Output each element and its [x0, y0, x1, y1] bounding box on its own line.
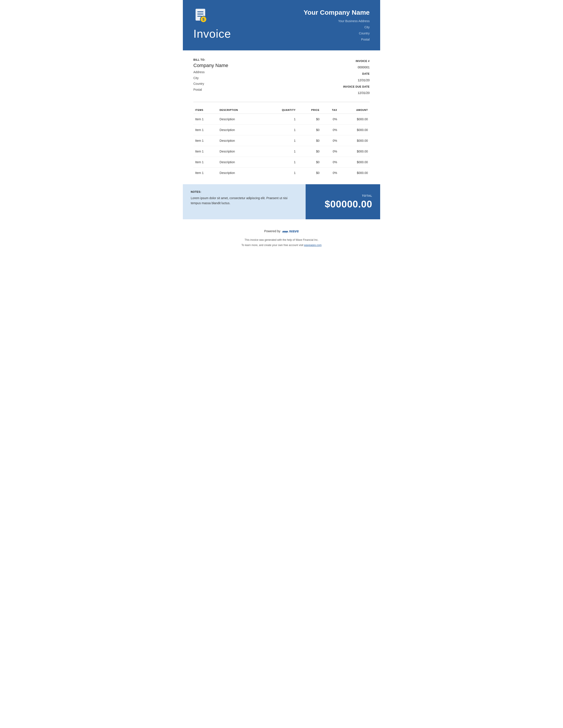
footer-link[interactable]: waveapps.com — [304, 244, 322, 247]
bill-country: Country — [193, 81, 228, 87]
invoice-number-label: INVOICE # — [356, 60, 370, 63]
cell-amount-5: $000.00 — [339, 168, 370, 178]
cell-qty-4: 1 — [262, 157, 298, 168]
company-name: Your Company Name — [304, 9, 370, 16]
footer-line2: To learn more, and create your own free … — [193, 243, 370, 248]
invoice-meta-block: INVOICE # 0000001 DATE 12/31/20 INVOICE … — [343, 58, 370, 97]
notes-text: Lorem ipsum dolor sit amet, consectetur … — [191, 196, 298, 205]
cell-qty-0: 1 — [262, 114, 298, 125]
invoice-table-body: Item 1 Description 1 $0 0% $000.00 Item … — [193, 114, 370, 178]
header-right: Your Company Name Your Business Address … — [304, 8, 370, 43]
page-footer: Powered by wave This invoice was generat… — [183, 219, 380, 253]
invoice-number-label-row: INVOICE # — [343, 58, 370, 64]
header-postal: Postal — [304, 36, 370, 43]
bill-section: BILL TO: Company Name Address City Count… — [183, 50, 380, 102]
invoice-number-row: 0000001 — [343, 65, 370, 70]
cell-qty-3: 1 — [262, 146, 298, 157]
date-label: DATE — [362, 72, 370, 75]
cell-qty-5: 1 — [262, 168, 298, 178]
cell-item-5: Item 1 — [193, 168, 218, 178]
cell-amount-1: $000.00 — [339, 125, 370, 135]
bill-to-label: BILL TO: — [193, 58, 228, 61]
header-left: $ Invoice — [193, 8, 231, 40]
cell-tax-5: 0% — [321, 168, 339, 178]
cell-qty-2: 1 — [262, 135, 298, 146]
footer-line2-text: To learn more, and create your own free … — [241, 244, 303, 247]
svg-rect-3 — [197, 16, 202, 17]
cell-tax-3: 0% — [321, 146, 339, 157]
wave-logo: wave — [282, 227, 299, 235]
col-tax: TAX — [321, 106, 339, 114]
wave-brand-text: wave — [289, 227, 299, 235]
cell-desc-4: Description — [218, 157, 262, 168]
bill-company-name: Company Name — [193, 63, 228, 68]
invoice-date: 12/31/20 — [358, 78, 370, 82]
total-label: TOTAL — [362, 194, 372, 197]
table-row: Item 1 Description 1 $0 0% $000.00 — [193, 168, 370, 178]
cell-item-4: Item 1 — [193, 157, 218, 168]
cell-price-2: $0 — [297, 135, 321, 146]
cell-item-2: Item 1 — [193, 135, 218, 146]
cell-item-0: Item 1 — [193, 114, 218, 125]
cell-desc-2: Description — [218, 135, 262, 146]
svg-text:$: $ — [202, 18, 204, 21]
cell-tax-1: 0% — [321, 125, 339, 135]
svg-rect-1 — [197, 11, 203, 12]
notes-label: NOTES: — [191, 190, 298, 193]
cell-price-5: $0 — [297, 168, 321, 178]
business-address: Your Business Address — [304, 18, 370, 24]
header-country: Country — [304, 30, 370, 36]
due-date-row: 12/31/20 — [343, 90, 370, 96]
due-date-label: INVOICE DUE DATE — [343, 85, 370, 88]
cell-amount-3: $000.00 — [339, 146, 370, 157]
cell-tax-4: 0% — [321, 157, 339, 168]
bill-address: Address — [193, 69, 228, 75]
invoice-header: $ Invoice Your Company Name Your Busines… — [183, 0, 380, 50]
notes-block: NOTES: Lorem ipsum dolor sit amet, conse… — [183, 184, 306, 219]
invoice-logo-icon: $ — [193, 8, 209, 24]
col-description: DESCRIPTION — [218, 106, 262, 114]
invoice-table: ITEMS DESCRIPTION QUANTITY PRICE TAX AMO… — [193, 106, 370, 178]
table-row: Item 1 Description 1 $0 0% $000.00 — [193, 157, 370, 168]
cell-qty-1: 1 — [262, 125, 298, 135]
cell-desc-0: Description — [218, 114, 262, 125]
cell-item-1: Item 1 — [193, 125, 218, 135]
bill-postal: Postal — [193, 87, 228, 93]
table-row: Item 1 Description 1 $0 0% $000.00 — [193, 135, 370, 146]
bill-city: City — [193, 75, 228, 81]
total-amount: $00000.00 — [325, 199, 372, 210]
col-items: ITEMS — [193, 106, 218, 114]
due-date-label-row: INVOICE DUE DATE — [343, 84, 370, 89]
cell-price-1: $0 — [297, 125, 321, 135]
table-header-row: ITEMS DESCRIPTION QUANTITY PRICE TAX AMO… — [193, 106, 370, 114]
cell-tax-2: 0% — [321, 135, 339, 146]
total-block: TOTAL $00000.00 — [306, 184, 380, 219]
col-quantity: QUANTITY — [262, 106, 298, 114]
date-label-row: DATE — [343, 71, 370, 76]
cell-price-4: $0 — [297, 157, 321, 168]
col-amount: AMOUNT — [339, 106, 370, 114]
bill-to-block: BILL TO: Company Name Address City Count… — [193, 58, 228, 92]
header-city: City — [304, 24, 370, 30]
bottom-section: NOTES: Lorem ipsum dolor sit amet, conse… — [183, 184, 380, 219]
cell-desc-1: Description — [218, 125, 262, 135]
cell-amount-2: $000.00 — [339, 135, 370, 146]
invoice-number: 0000001 — [358, 66, 370, 69]
cell-desc-5: Description — [218, 168, 262, 178]
cell-desc-3: Description — [218, 146, 262, 157]
date-row: 12/31/20 — [343, 78, 370, 83]
cell-amount-0: $000.00 — [339, 114, 370, 125]
col-price: PRICE — [297, 106, 321, 114]
invoice-title: Invoice — [193, 27, 231, 40]
cell-price-3: $0 — [297, 146, 321, 157]
wave-logo-icon — [282, 229, 288, 233]
table-row: Item 1 Description 1 $0 0% $000.00 — [193, 125, 370, 135]
cell-item-3: Item 1 — [193, 146, 218, 157]
table-row: Item 1 Description 1 $0 0% $000.00 — [193, 114, 370, 125]
cell-price-0: $0 — [297, 114, 321, 125]
invoice-due-date: 12/31/20 — [358, 91, 370, 95]
cell-amount-4: $000.00 — [339, 157, 370, 168]
footer-line1: This invoice was generated with the help… — [193, 237, 370, 243]
svg-rect-2 — [197, 14, 203, 14]
table-row: Item 1 Description 1 $0 0% $000.00 — [193, 146, 370, 157]
